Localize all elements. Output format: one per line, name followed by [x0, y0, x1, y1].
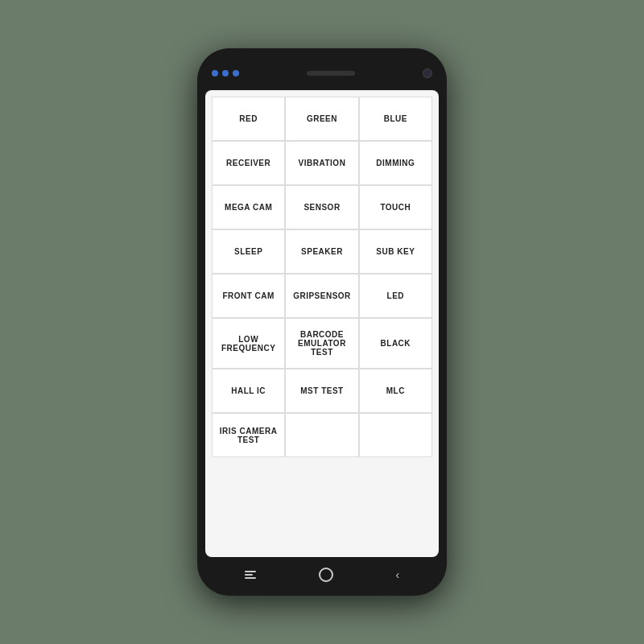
grid-cell-speaker[interactable]: SPEAKER — [285, 229, 358, 274]
grid-cell-mst-test[interactable]: MST TEST — [285, 369, 358, 413]
grid-cell-sleep[interactable]: SLEEP — [212, 229, 285, 274]
grid-cell-empty2[interactable] — [359, 413, 432, 457]
grid-cell-receiver[interactable]: RECEIVER — [212, 141, 285, 185]
grid-cell-black[interactable]: BLACK — [359, 318, 432, 369]
grid-cell-low-frequency[interactable]: LOW FREQUENCY — [212, 318, 285, 369]
grid-row-6: HALL ICMST TESTMLC — [212, 369, 432, 413]
phone-screen: REDGREENBLUERECEIVERVIBRATIONDIMMINGMEGA… — [205, 90, 439, 557]
grid-cell-hall-ic[interactable]: HALL IC — [212, 369, 285, 413]
phone-top-bar — [197, 48, 447, 90]
nav-menu-button[interactable] — [245, 571, 256, 579]
grid-cell-empty1[interactable] — [285, 413, 358, 457]
grid-cell-gripsensor[interactable]: GRIPSENSOR — [285, 274, 358, 318]
grid-cell-sub-key[interactable]: SUB KEY — [359, 229, 432, 274]
grid-cell-front-cam[interactable]: FRONT CAM — [212, 274, 285, 318]
nav-back-button[interactable]: ‹ — [395, 568, 399, 581]
grid-cell-mlc[interactable]: MLC — [359, 369, 432, 413]
phone-speaker — [307, 71, 355, 76]
grid-cell-mega-cam[interactable]: MEGA CAM — [212, 185, 285, 229]
grid-row-1: RECEIVERVIBRATIONDIMMING — [212, 141, 432, 185]
grid-cell-touch[interactable]: TOUCH — [359, 185, 432, 229]
grid-cell-vibration[interactable]: VIBRATION — [285, 141, 358, 185]
grid-row-4: FRONT CAMGRIPSENSORLED — [212, 274, 432, 318]
grid-row-5: LOW FREQUENCYBARCODE EMULATOR TESTBLACK — [212, 318, 432, 369]
indicator-dot-2 — [222, 70, 229, 76]
phone-indicators — [212, 70, 239, 76]
nav-home-button[interactable] — [319, 568, 333, 582]
phone-bottom-nav: ‹ — [197, 557, 447, 592]
grid-row-0: REDGREENBLUE — [212, 97, 432, 141]
phone-camera — [423, 68, 432, 78]
indicator-dot-3 — [233, 70, 239, 76]
grid-row-7: IRIS CAMERA TEST — [212, 413, 432, 457]
phone-device: REDGREENBLUERECEIVERVIBRATIONDIMMINGMEGA… — [197, 48, 447, 596]
grid-cell-barcode-emulator-test[interactable]: BARCODE EMULATOR TEST — [285, 318, 358, 369]
grid-row-2: MEGA CAMSENSORTOUCH — [212, 185, 432, 229]
test-grid: REDGREENBLUERECEIVERVIBRATIONDIMMINGMEGA… — [205, 90, 439, 464]
grid-cell-red[interactable]: RED — [212, 97, 285, 141]
grid-cell-sensor[interactable]: SENSOR — [285, 185, 358, 229]
grid-cell-led[interactable]: LED — [359, 274, 432, 318]
grid-row-3: SLEEPSPEAKERSUB KEY — [212, 229, 432, 274]
grid-cell-blue[interactable]: BLUE — [359, 97, 432, 141]
grid-cell-dimming[interactable]: DIMMING — [359, 141, 432, 185]
indicator-dot-1 — [212, 70, 218, 76]
grid-cell-iris-camera-test[interactable]: IRIS CAMERA TEST — [212, 413, 285, 457]
grid-cell-green[interactable]: GREEN — [285, 97, 358, 141]
